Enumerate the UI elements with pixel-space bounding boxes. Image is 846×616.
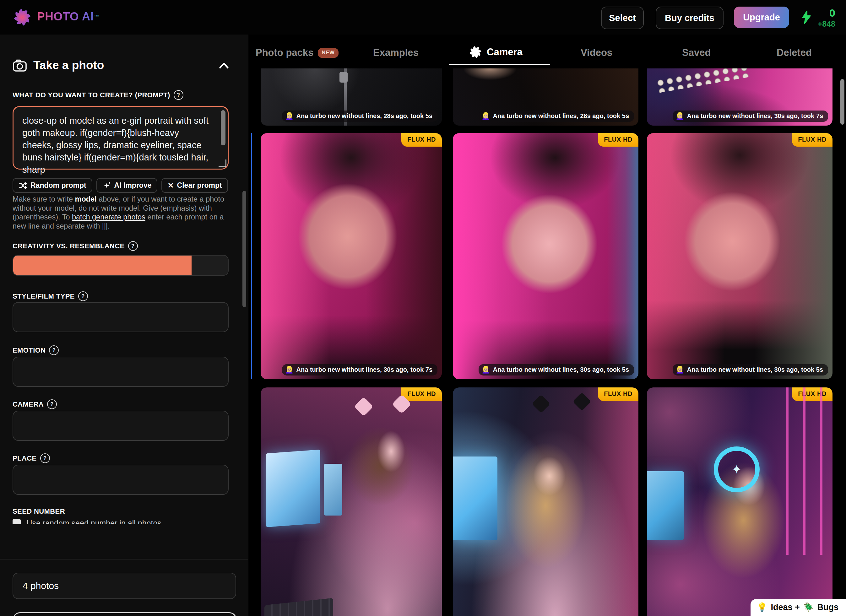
random-prompt-button[interactable]: Random prompt <box>13 178 93 193</box>
tab-saved[interactable]: Saved <box>682 47 711 59</box>
seed-checkbox-label: Use random seed number in all photos <box>26 519 161 524</box>
tab-saved-label: Saved <box>682 47 711 59</box>
feedback-text-1: Ideas + <box>771 603 799 612</box>
bug-icon: 🪲 <box>803 602 814 612</box>
model-emoji: 👱🏼‍♀️ <box>285 367 293 373</box>
creativity-slider-fill <box>13 255 192 275</box>
prompt-scrollbar[interactable] <box>221 110 225 145</box>
prompt-resize-handle[interactable] <box>219 160 226 167</box>
camera-input[interactable] <box>13 411 229 441</box>
bulb-icon: 💡 <box>757 602 768 612</box>
model-emoji: 👱🏼‍♀️ <box>285 113 293 120</box>
grid-focus-indicator <box>251 133 252 379</box>
cat-ear-detail <box>532 395 550 413</box>
photo-thumbnail[interactable]: FLUX HD <box>261 387 442 616</box>
style-help-icon[interactable]: ? <box>78 291 88 301</box>
seed-checkbox-row[interactable]: Use random seed number in all photos <box>13 519 229 524</box>
photo-caption: 👱🏼‍♀️ Ana turbo new without lines, 30s a… <box>673 364 828 375</box>
emotion-label: EMOTION <box>13 346 46 355</box>
tab-examples[interactable]: Examples <box>373 47 419 59</box>
tab-deleted[interactable]: Deleted <box>777 47 812 59</box>
flux-hd-badge: FLUX HD <box>598 133 639 147</box>
photo-thumbnail[interactable]: FLUX HD <box>453 387 639 616</box>
select-button[interactable]: Select <box>601 7 644 29</box>
brand-trademark: ™ <box>94 14 99 20</box>
emotion-input[interactable] <box>13 357 229 387</box>
brand-wordmark[interactable]: PHOTO AI™ <box>37 10 99 23</box>
model-emoji: 👱🏼‍♀️ <box>676 367 684 373</box>
help-model-word: model <box>75 195 97 203</box>
tab-photo-packs[interactable]: Photo packs NEW <box>256 47 339 59</box>
sidebar-scrollbar[interactable] <box>242 191 246 307</box>
sparkle-icon <box>102 181 111 190</box>
batch-generate-link[interactable]: batch generate photos <box>72 213 145 221</box>
photo-thumbnail[interactable]: 👱🏼‍♀️ Ana turbo new without lines, 28s a… <box>453 69 639 126</box>
photo-thumbnail[interactable]: FLUX HD ✦ <box>647 387 833 616</box>
collapse-chevron-icon[interactable] <box>219 62 229 70</box>
main-scrollbar[interactable] <box>840 79 845 125</box>
prompt-help-text: Make sure to write model above, or if yo… <box>13 195 229 230</box>
photo-thumbnail[interactable]: FLUX HD 👱🏼‍♀️ Ana turbo new without line… <box>261 133 442 379</box>
tab-examples-label: Examples <box>373 47 419 59</box>
photo-thumbnail[interactable]: 👱🏼‍♀️ Ana turbo new without lines, 30s a… <box>647 69 833 126</box>
model-emoji: 👱🏼‍♀️ <box>676 113 684 120</box>
take-a-photo-panel: Take a photo WHAT DO YOU WANT TO CREATE?… <box>0 35 248 616</box>
tab-photo-packs-label: Photo packs <box>256 47 313 59</box>
glowing-headphone-detail: ✦ <box>714 446 759 492</box>
creativity-slider[interactable] <box>13 255 229 276</box>
zipper-pull-detail <box>339 72 348 82</box>
place-input[interactable] <box>13 465 229 495</box>
place-label: PLACE <box>13 454 37 462</box>
caption-text: Ana turbo new without lines, 28s ago, to… <box>297 112 432 120</box>
emotion-help-icon[interactable]: ? <box>49 345 59 355</box>
photo-thumbnail[interactable]: FLUX HD 👱🏼‍♀️ Ana turbo new without line… <box>647 133 833 379</box>
photo-thumbnail[interactable]: FLUX HD 👱🏼‍♀️ Ana turbo new without line… <box>453 133 639 379</box>
prompt-actions: Random prompt AI Improve ✕ Clear prompt <box>13 178 228 193</box>
camera-icon <box>13 59 27 72</box>
camera-label-row: CAMERA ? <box>13 399 57 409</box>
flux-hd-badge: FLUX HD <box>401 133 442 147</box>
tab-videos[interactable]: Videos <box>581 47 612 59</box>
buy-credits-button[interactable]: Buy credits <box>656 7 724 29</box>
tab-camera-label: Camera <box>487 47 523 58</box>
seed-label: SEED NUMBER <box>13 507 65 516</box>
new-badge: NEW <box>318 48 338 58</box>
upgrade-button[interactable]: Upgrade <box>734 7 789 28</box>
style-label: STYLE/FILM TYPE <box>13 292 75 301</box>
monitor-detail <box>324 464 342 516</box>
photo-thumbnail[interactable]: 👱🏼‍♀️ Ana turbo new without lines, 28s a… <box>261 69 442 126</box>
clear-prompt-button[interactable]: ✕ Clear prompt <box>162 178 228 193</box>
ai-improve-button[interactable]: AI Improve <box>96 178 158 193</box>
place-help-icon[interactable]: ? <box>40 453 50 463</box>
shuffle-icon <box>19 181 27 190</box>
monitor-detail <box>266 450 320 527</box>
photo-ai-logo-icon[interactable] <box>13 7 32 27</box>
model-emoji: 👱🏼‍♀️ <box>482 113 490 120</box>
seed-checkbox[interactable] <box>13 519 21 524</box>
tab-videos-label: Videos <box>581 47 612 59</box>
panel-title: Take a photo <box>33 59 104 72</box>
ai-improve-label: AI Improve <box>114 181 152 190</box>
prompt-text: close-up of model as an e-girl portrait … <box>22 114 211 176</box>
caption-text: Ana turbo new without lines, 30s ago, to… <box>687 112 823 120</box>
tab-camera[interactable]: Camera <box>469 45 523 59</box>
style-input[interactable] <box>13 302 229 332</box>
photo-caption: 👱🏼‍♀️ Ana turbo new without lines, 28s a… <box>479 110 634 122</box>
clear-x-icon: ✕ <box>167 182 174 189</box>
feedback-button[interactable]: 💡 Ideas + 🪲 Bugs <box>751 599 846 616</box>
take-photos-button[interactable]: Take 4 photos (~31s) <box>13 612 237 616</box>
photo-caption: 👱🏼‍♀️ Ana turbo new without lines, 28s a… <box>282 110 438 122</box>
caption-text: Ana turbo new without lines, 30s ago, to… <box>297 366 432 373</box>
model-emoji: 👱🏼‍♀️ <box>482 367 490 373</box>
prompt-textarea[interactable]: close-up of model as an e-girl portrait … <box>13 106 229 170</box>
photo-count-select[interactable]: 4 photos <box>13 573 236 599</box>
creativity-help-icon[interactable]: ? <box>128 241 138 251</box>
style-label-row: STYLE/FILM TYPE ? <box>13 291 88 301</box>
monitor-detail <box>647 471 684 540</box>
camera-help-icon[interactable]: ? <box>47 399 57 409</box>
monitor-detail <box>453 456 498 540</box>
pearl-bracelet-detail <box>656 69 750 93</box>
flux-hd-badge: FLUX HD <box>401 387 442 401</box>
prompt-help-icon[interactable]: ? <box>174 90 184 100</box>
photo-caption: 👱🏼‍♀️ Ana turbo new without lines, 30s a… <box>282 364 438 375</box>
